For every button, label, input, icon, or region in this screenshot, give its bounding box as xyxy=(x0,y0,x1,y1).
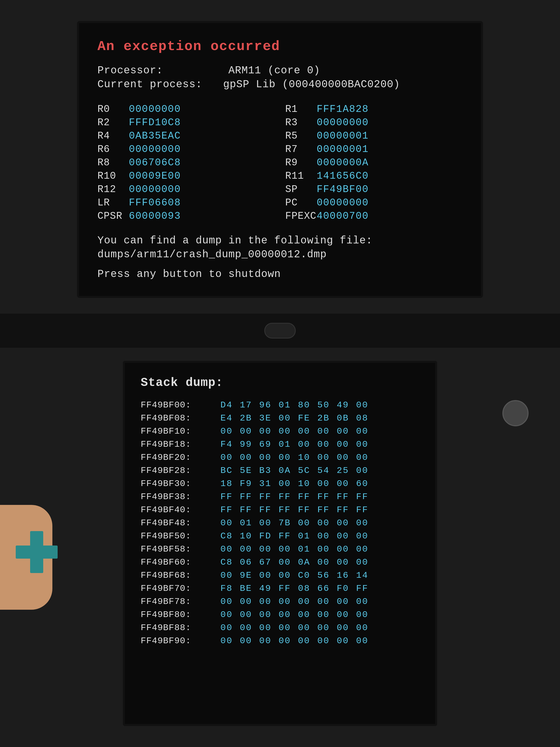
stack-byte: 0B xyxy=(336,413,350,423)
stack-byte: 7B xyxy=(277,518,292,528)
reg-value: 00000000 xyxy=(129,184,181,195)
reg-value: 40000700 xyxy=(317,210,369,222)
stack-byte: 10 xyxy=(297,453,312,462)
register-row: R8006706C8 xyxy=(98,157,275,168)
stack-byte: 00 xyxy=(277,557,292,567)
stack-byte: FF xyxy=(277,584,292,593)
stack-byte: 00 xyxy=(336,518,350,528)
stack-byte: 16 xyxy=(336,570,350,581)
stack-byte: 00 xyxy=(239,623,253,633)
stack-byte: 00 xyxy=(355,557,370,567)
stack-byte: 00 xyxy=(336,544,350,554)
stack-byte: FF xyxy=(355,492,370,502)
register-row: FPEXC40000700 xyxy=(285,210,462,222)
stack-byte: 00 xyxy=(336,636,350,646)
thumbstick-right[interactable] xyxy=(502,400,529,426)
register-row: CPSR60000093 xyxy=(98,210,275,222)
stack-byte: 00 xyxy=(355,610,370,620)
stack-address: FF49BF50: xyxy=(141,531,214,541)
stack-bytes: E42B3E00FE2B0B08 xyxy=(219,413,370,423)
stack-byte: 01 xyxy=(277,439,292,449)
stack-byte: 00 xyxy=(316,479,331,489)
stack-byte: FF xyxy=(355,584,370,593)
stack-byte: FF xyxy=(219,492,234,502)
stack-bytes: BC5EB30A5C542500 xyxy=(219,466,370,475)
stack-byte: FE xyxy=(297,413,312,423)
stack-byte: 00 xyxy=(297,518,312,528)
stack-byte: 00 xyxy=(316,518,331,528)
stack-byte: 00 xyxy=(355,636,370,646)
stack-byte: 00 xyxy=(277,623,292,633)
stack-byte: D4 xyxy=(219,400,234,410)
register-row: R600000000 xyxy=(98,144,275,155)
reg-name: LR xyxy=(98,197,121,208)
processor-info: Processor: ARM11 (core 0) xyxy=(98,65,462,77)
teal-dpad-vertical xyxy=(30,531,43,573)
stack-byte: 01 xyxy=(297,544,312,554)
stack-byte: 00 xyxy=(258,623,273,633)
processor-label: Processor: xyxy=(98,65,163,77)
stack-byte: 00 xyxy=(219,518,234,528)
stack-byte: FF xyxy=(297,505,312,515)
stack-bytes: 0000000000000000 xyxy=(219,610,370,620)
stack-row: FF49BF70:F8BE49FF0866F0FF xyxy=(141,584,419,593)
stack-byte: C8 xyxy=(219,557,234,567)
stack-byte: 69 xyxy=(258,439,273,449)
stack-byte: FF xyxy=(258,505,273,515)
stack-byte: 01 xyxy=(297,531,312,541)
stack-byte: 49 xyxy=(336,400,350,410)
stack-byte: 00 xyxy=(297,439,312,449)
processor-value: ARM11 (core 0) xyxy=(229,65,320,77)
stack-byte: 00 xyxy=(277,453,292,462)
stack-byte: FF xyxy=(297,492,312,502)
stack-byte: 00 xyxy=(239,544,253,554)
stack-byte: 00 xyxy=(316,439,331,449)
stack-dump-title: Stack dump: xyxy=(141,376,419,390)
stack-bytes: F499690100000000 xyxy=(219,439,370,449)
stack-byte: 00 xyxy=(355,400,370,410)
reg-value: 141656C0 xyxy=(317,170,369,182)
stack-byte: 00 xyxy=(239,610,253,620)
reg-name: R3 xyxy=(285,117,309,128)
stack-byte: 00 xyxy=(219,636,234,646)
stack-byte: FF xyxy=(239,492,253,502)
reg-name: R11 xyxy=(285,170,309,182)
press-any-button: Press any button to shutdown xyxy=(98,268,462,280)
hinge-center xyxy=(264,323,296,338)
stack-byte: 0A xyxy=(297,557,312,567)
stack-address: FF49BF20: xyxy=(141,453,214,462)
register-row: PC00000000 xyxy=(285,197,462,208)
register-row: R90000000A xyxy=(285,157,462,168)
stack-byte: 00 xyxy=(258,544,273,554)
stack-byte: 00 xyxy=(355,466,370,475)
stack-byte: FD xyxy=(258,531,273,541)
reg-value: 00000001 xyxy=(317,144,369,155)
stack-byte: 00 xyxy=(277,479,292,489)
process-value: gpSP Lib (000400000BAC0200) xyxy=(223,79,400,91)
stack-byte: 66 xyxy=(316,584,331,593)
reg-name: R9 xyxy=(285,157,309,168)
stack-row: FF49BF88:0000000000000000 xyxy=(141,623,419,633)
dump-line1: You can find a dump in the following fil… xyxy=(98,235,462,247)
stack-byte: 80 xyxy=(297,400,312,410)
stack-address: FF49BF70: xyxy=(141,584,214,593)
stack-address: FF49BF18: xyxy=(141,439,214,449)
stack-byte: 18 xyxy=(219,479,234,489)
stack-byte: 00 xyxy=(355,544,370,554)
reg-value: FFFD10C8 xyxy=(129,117,181,128)
stack-byte: 54 xyxy=(316,466,331,475)
stack-row: FF49BF38:FFFFFFFFFFFFFFFF xyxy=(141,492,419,502)
reg-name: R6 xyxy=(98,144,121,155)
stack-byte: 49 xyxy=(258,584,273,593)
reg-value: 0000000A xyxy=(317,157,369,168)
stack-byte: 01 xyxy=(277,400,292,410)
dump-line2: dumps/arm11/crash_dump_00000012.dmp xyxy=(98,249,462,260)
stack-address: FF49BF28: xyxy=(141,466,214,475)
stack-row: FF49BF58:0000000001000000 xyxy=(141,544,419,554)
stack-byte: 00 xyxy=(336,439,350,449)
stack-byte: FF xyxy=(258,492,273,502)
stack-row: FF49BF60:C80667000A000000 xyxy=(141,557,419,567)
stack-byte: 00 xyxy=(297,636,312,646)
stack-bytes: 0000000001000000 xyxy=(219,544,370,554)
stack-address: FF49BF80: xyxy=(141,610,214,620)
